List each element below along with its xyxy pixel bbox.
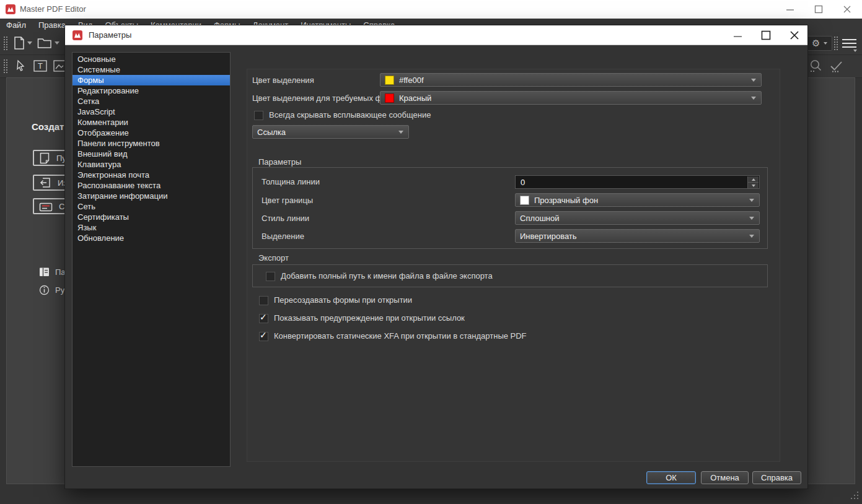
settings-category-item[interactable]: Формы bbox=[73, 75, 230, 85]
dialog-close-button[interactable] bbox=[783, 26, 806, 45]
edit-text-tool-button[interactable]: T bbox=[33, 60, 47, 74]
checkbox[interactable] bbox=[259, 296, 268, 305]
toolbar-drag-handle[interactable] bbox=[3, 36, 7, 51]
settings-category-list: ОсновныеСистемныеФормыРедактированиеСетк… bbox=[72, 52, 231, 467]
line-width-spinbox[interactable]: 0 bbox=[515, 175, 760, 189]
gear-dropdown-caret bbox=[824, 42, 827, 45]
settings-category-item[interactable]: Сертификаты bbox=[73, 212, 230, 222]
import-file-icon bbox=[39, 176, 51, 189]
checkbox[interactable] bbox=[266, 272, 275, 281]
toolbar-overflow-caret[interactable] bbox=[853, 50, 857, 52]
menu-item[interactable]: Файл bbox=[0, 19, 32, 32]
object-type-dropdown[interactable]: Ссылка bbox=[252, 125, 409, 139]
ok-button[interactable]: ОК bbox=[646, 471, 696, 484]
checkbox-label: Пересоздавать формы при открытии bbox=[274, 295, 412, 305]
dialog-minimize-button[interactable] bbox=[726, 26, 749, 45]
settings-gear-button[interactable]: ⚙ bbox=[807, 36, 832, 51]
chevron-down-icon bbox=[751, 97, 756, 100]
app-window: Master PDF Editor ФайлПравкаВидОбъектыКо… bbox=[0, 0, 862, 504]
svg-text:T: T bbox=[37, 62, 43, 71]
dropdown-value: #ffe00f bbox=[399, 76, 424, 85]
new-document-button[interactable] bbox=[12, 36, 26, 53]
color-swatch bbox=[385, 76, 394, 85]
checkbox-label: Конвертировать статические XFA при откры… bbox=[274, 331, 527, 341]
dropdown-value: Ссылка bbox=[257, 128, 286, 137]
validate-check-icon[interactable] bbox=[829, 59, 843, 76]
settings-category-item[interactable]: Панели инструментов bbox=[73, 138, 230, 149]
border-color-dropdown[interactable]: Прозрачный фон bbox=[515, 193, 760, 207]
blank-page-icon bbox=[39, 152, 50, 164]
highlight-mode-label: Выделение bbox=[262, 232, 304, 241]
dropdown-value: Красный bbox=[399, 93, 431, 103]
help-button[interactable]: Справка bbox=[752, 471, 801, 484]
checkbox[interactable]: ✓ bbox=[259, 332, 268, 341]
scanner-icon bbox=[39, 201, 53, 212]
checkbox-label: Всегда скрывать всплывающее сообщение bbox=[269, 110, 431, 119]
line-style-dropdown[interactable]: Сплошной bbox=[515, 211, 760, 225]
convert-xfa-checkbox-row[interactable]: ✓ Конвертировать статические XFA при отк… bbox=[259, 332, 527, 341]
export-group-title: Экспорт bbox=[258, 253, 289, 263]
settings-category-item[interactable]: Внешний вид bbox=[73, 149, 230, 159]
gear-icon: ⚙ bbox=[812, 37, 820, 50]
window-titlebar: Master PDF Editor bbox=[0, 0, 862, 19]
line-width-label: Толщина линии bbox=[262, 177, 320, 186]
cancel-button[interactable]: Отмена bbox=[701, 471, 749, 484]
checkbox[interactable] bbox=[254, 111, 263, 120]
checkbox[interactable]: ✓ bbox=[259, 314, 268, 323]
spin-value: 0 bbox=[521, 178, 525, 187]
hide-popup-checkbox-row[interactable]: Всегда скрывать всплывающее сообщение bbox=[254, 111, 431, 120]
settings-category-item[interactable]: Распознавание текста bbox=[73, 180, 230, 191]
settings-category-item[interactable]: Системные bbox=[73, 64, 230, 75]
preferences-panel-icon bbox=[39, 267, 50, 277]
recreate-forms-checkbox-row[interactable]: Пересоздавать формы при открытии bbox=[259, 296, 412, 305]
settings-category-item[interactable]: JavaScript bbox=[73, 106, 230, 117]
settings-category-item[interactable]: Редактирование bbox=[73, 85, 230, 96]
settings-category-item[interactable]: Клавиатура bbox=[73, 159, 230, 170]
settings-category-item[interactable]: Комментарии bbox=[73, 117, 230, 128]
dropdown-value: Инвертировать bbox=[520, 232, 577, 241]
settings-category-item[interactable]: Обновление bbox=[73, 233, 230, 243]
minimize-button[interactable] bbox=[780, 0, 801, 19]
dialog-title: Параметры bbox=[89, 30, 131, 40]
search-icon[interactable] bbox=[809, 59, 822, 76]
settings-category-item[interactable]: Основные bbox=[73, 54, 230, 64]
dropdown-value: Прозрачный фон bbox=[534, 196, 598, 205]
spin-up-button[interactable] bbox=[748, 176, 759, 182]
chevron-down-icon bbox=[749, 199, 754, 202]
border-color-label: Цвет границы bbox=[262, 196, 313, 205]
guide-link[interactable]: Рук bbox=[39, 285, 68, 295]
checkbox-label: Добавить полный путь к имени файла в фай… bbox=[281, 271, 493, 280]
settings-category-item[interactable]: Отображение bbox=[73, 128, 230, 138]
spin-down-button[interactable] bbox=[748, 182, 759, 188]
new-document-dropdown-caret[interactable] bbox=[27, 41, 32, 45]
open-file-button[interactable] bbox=[37, 38, 52, 51]
required-color-dropdown[interactable]: Красный bbox=[380, 91, 762, 105]
export-full-path-checkbox-row[interactable]: Добавить полный путь к имени файла в фай… bbox=[266, 272, 493, 281]
checkbox-label: Показывать предупреждение при открытии с… bbox=[274, 313, 465, 323]
window-title: Master PDF Editor bbox=[20, 4, 86, 14]
main-menu-hamburger-button[interactable] bbox=[842, 37, 856, 50]
info-icon bbox=[39, 285, 50, 295]
settings-category-item[interactable]: Затирание информации bbox=[73, 191, 230, 201]
dialog-maximize-button[interactable] bbox=[754, 26, 778, 45]
highlight-color-dropdown[interactable]: #ffe00f bbox=[380, 73, 762, 87]
color-swatch bbox=[520, 196, 529, 205]
settings-category-item[interactable]: Сетка bbox=[73, 96, 230, 106]
settings-category-item[interactable]: Сеть bbox=[73, 201, 230, 212]
start-page-heading: Создат bbox=[32, 121, 64, 132]
select-tool-button[interactable] bbox=[15, 59, 26, 75]
chevron-down-icon bbox=[751, 79, 756, 82]
tools-drag-handle[interactable] bbox=[3, 59, 7, 74]
highlight-mode-dropdown[interactable]: Инвертировать bbox=[515, 229, 760, 243]
dropdown-value: Сплошной bbox=[520, 214, 560, 223]
line-style-label: Стиль линии bbox=[262, 214, 309, 223]
resize-grip[interactable] bbox=[850, 492, 859, 500]
link-warning-checkbox-row[interactable]: ✓ Показывать предупреждение при открытии… bbox=[259, 314, 465, 323]
toolbar-drag-handle-right[interactable] bbox=[833, 36, 838, 51]
open-file-dropdown-caret[interactable] bbox=[55, 41, 59, 45]
settings-category-item[interactable]: Язык bbox=[73, 222, 230, 233]
app-logo-icon bbox=[6, 4, 15, 14]
settings-category-item[interactable]: Электронная почта bbox=[73, 170, 230, 180]
close-button[interactable] bbox=[837, 0, 858, 19]
maximize-button[interactable] bbox=[808, 0, 829, 19]
